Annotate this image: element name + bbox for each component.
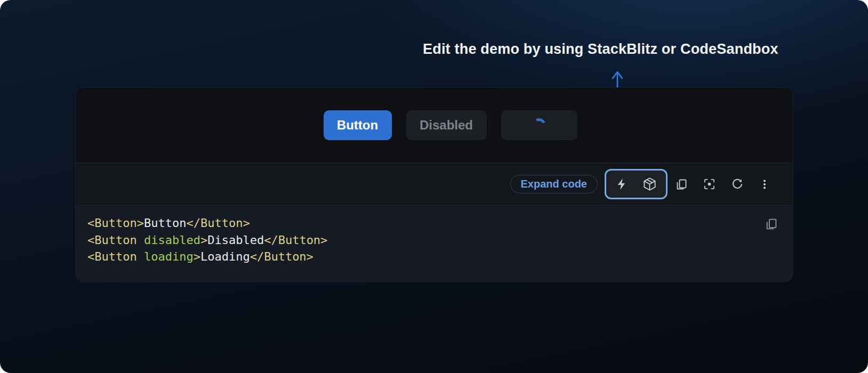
stackblitz-icon[interactable]: [615, 177, 629, 191]
demo-card: Button Disabled Expand code: [75, 87, 793, 282]
code-line: <Button loading>Loading</Button>: [87, 248, 781, 265]
kebab-menu-icon[interactable]: [759, 178, 770, 191]
copy-icon[interactable]: [675, 178, 688, 191]
sandbox-icon-group: [605, 169, 668, 199]
code-line: <Button>Button</Button>: [87, 215, 781, 232]
loading-spinner-icon: [531, 116, 548, 134]
demo-stage: Button Disabled: [76, 87, 793, 163]
code-lines: <Button>Button</Button><Button disabled>…: [87, 215, 781, 265]
arrow-head: [613, 72, 622, 78]
page-background: Edit the demo by using StackBlitz or Cod…: [0, 0, 868, 373]
expand-code-button[interactable]: Expand code: [510, 175, 598, 193]
code-block: <Button>Button</Button><Button disabled>…: [76, 206, 793, 282]
demo-button-disabled: Disabled: [406, 110, 487, 140]
demo-button-loading[interactable]: [501, 110, 577, 140]
reload-icon[interactable]: [731, 178, 743, 190]
codesandbox-icon[interactable]: [642, 177, 657, 191]
demo-toolbar: Expand code: [76, 163, 793, 206]
focus-icon[interactable]: [703, 178, 716, 190]
code-copy-icon[interactable]: [765, 217, 778, 231]
demo-button-primary[interactable]: Button: [324, 110, 392, 140]
code-line: <Button disabled>Disabled</Button>: [87, 232, 781, 249]
annotation-heading: Edit the demo by using StackBlitz or Cod…: [423, 41, 778, 58]
